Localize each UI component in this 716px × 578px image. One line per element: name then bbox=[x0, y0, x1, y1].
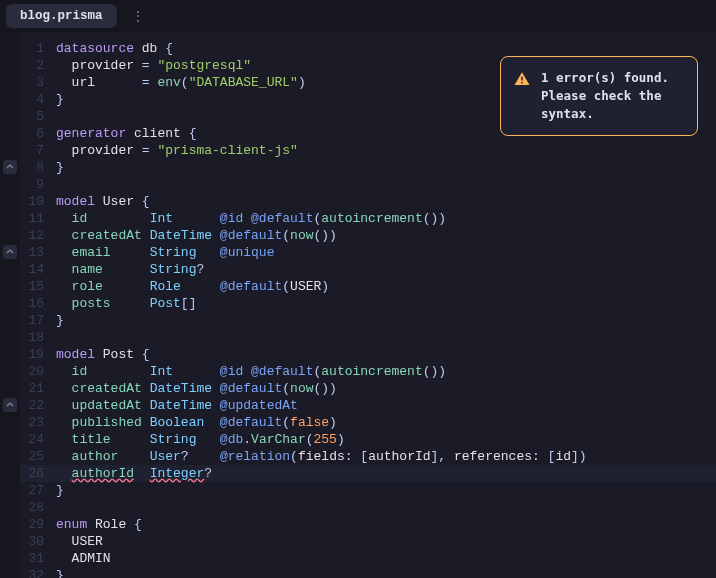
error-message: 1 error(s) found. Please check the synta… bbox=[541, 69, 683, 123]
code-line[interactable]: 1datasource db { bbox=[20, 40, 716, 57]
line-number: 22 bbox=[20, 397, 56, 414]
code-content: role Role @default(USER) bbox=[56, 278, 716, 295]
code-content: USER bbox=[56, 533, 716, 550]
line-number: 14 bbox=[20, 261, 56, 278]
code-line[interactable]: 22 updatedAt DateTime @updatedAt bbox=[20, 397, 716, 414]
line-number: 1 bbox=[20, 40, 56, 57]
svg-rect-1 bbox=[521, 82, 523, 84]
line-number: 19 bbox=[20, 346, 56, 363]
code-line[interactable]: 30 USER bbox=[20, 533, 716, 550]
code-line[interactable]: 14 name String? bbox=[20, 261, 716, 278]
code-content: author User? @relation(fields: [authorId… bbox=[56, 448, 716, 465]
code-line[interactable]: 18 bbox=[20, 329, 716, 346]
fold-chevron-icon[interactable] bbox=[3, 398, 17, 412]
code-line[interactable]: 23 published Boolean @default(false) bbox=[20, 414, 716, 431]
line-number: 15 bbox=[20, 278, 56, 295]
code-content: } bbox=[56, 482, 716, 499]
svg-rect-0 bbox=[521, 77, 523, 81]
file-tab[interactable]: blog.prisma bbox=[6, 4, 117, 28]
code-content: id Int @id @default(autoincrement()) bbox=[56, 210, 716, 227]
code-content: provider = "prisma-client-js" bbox=[56, 142, 716, 159]
code-content: posts Post[] bbox=[56, 295, 716, 312]
line-number: 24 bbox=[20, 431, 56, 448]
code-content: } bbox=[56, 567, 716, 578]
code-content: updatedAt DateTime @updatedAt bbox=[56, 397, 716, 414]
code-line[interactable]: 31 ADMIN bbox=[20, 550, 716, 567]
code-content: } bbox=[56, 159, 716, 176]
code-content bbox=[56, 176, 716, 193]
code-line[interactable]: 13 email String @unique bbox=[20, 244, 716, 261]
line-number: 5 bbox=[20, 108, 56, 125]
code-line[interactable]: 7 provider = "prisma-client-js" bbox=[20, 142, 716, 159]
tab-filename: blog.prisma bbox=[20, 9, 103, 23]
code-content bbox=[56, 499, 716, 516]
line-number: 13 bbox=[20, 244, 56, 261]
code-line[interactable]: 17} bbox=[20, 312, 716, 329]
code-line[interactable]: 10model User { bbox=[20, 193, 716, 210]
code-content: datasource db { bbox=[56, 40, 716, 57]
line-number: 3 bbox=[20, 74, 56, 91]
line-number: 11 bbox=[20, 210, 56, 227]
code-line[interactable]: 9 bbox=[20, 176, 716, 193]
line-number: 2 bbox=[20, 57, 56, 74]
code-content: email String @unique bbox=[56, 244, 716, 261]
fold-chevron-icon[interactable] bbox=[3, 245, 17, 259]
line-number: 4 bbox=[20, 91, 56, 108]
line-number: 7 bbox=[20, 142, 56, 159]
code-line[interactable]: 16 posts Post[] bbox=[20, 295, 716, 312]
line-number: 18 bbox=[20, 329, 56, 346]
code-line[interactable]: 24 title String @db.VarChar(255) bbox=[20, 431, 716, 448]
code-content: model Post { bbox=[56, 346, 716, 363]
code-line[interactable]: 20 id Int @id @default(autoincrement()) bbox=[20, 363, 716, 380]
tab-bar: blog.prisma ⋮ bbox=[0, 0, 716, 32]
line-number: 28 bbox=[20, 499, 56, 516]
code-content: } bbox=[56, 312, 716, 329]
code-line[interactable]: 8} bbox=[20, 159, 716, 176]
code-content: authorId Integer? bbox=[56, 465, 716, 482]
tab-overflow-menu[interactable]: ⋮ bbox=[125, 8, 151, 25]
line-number: 31 bbox=[20, 550, 56, 567]
code-line[interactable]: 15 role Role @default(USER) bbox=[20, 278, 716, 295]
code-content: model User { bbox=[56, 193, 716, 210]
code-line[interactable]: 12 createdAt DateTime @default(now()) bbox=[20, 227, 716, 244]
code-line[interactable]: 25 author User? @relation(fields: [autho… bbox=[20, 448, 716, 465]
line-number: 10 bbox=[20, 193, 56, 210]
line-number: 32 bbox=[20, 567, 56, 578]
code-content: createdAt DateTime @default(now()) bbox=[56, 227, 716, 244]
code-line[interactable]: 11 id Int @id @default(autoincrement()) bbox=[20, 210, 716, 227]
line-number: 12 bbox=[20, 227, 56, 244]
line-number: 27 bbox=[20, 482, 56, 499]
line-number: 20 bbox=[20, 363, 56, 380]
code-content: enum Role { bbox=[56, 516, 716, 533]
code-line[interactable]: 27} bbox=[20, 482, 716, 499]
line-number: 9 bbox=[20, 176, 56, 193]
code-line[interactable]: 19model Post { bbox=[20, 346, 716, 363]
code-content: published Boolean @default(false) bbox=[56, 414, 716, 431]
line-number: 8 bbox=[20, 159, 56, 176]
line-number: 29 bbox=[20, 516, 56, 533]
code-line[interactable]: 28 bbox=[20, 499, 716, 516]
line-number: 16 bbox=[20, 295, 56, 312]
line-number: 26 bbox=[20, 465, 56, 482]
line-number: 6 bbox=[20, 125, 56, 142]
line-number: 17 bbox=[20, 312, 56, 329]
fold-gutter bbox=[0, 32, 20, 578]
fold-chevron-icon[interactable] bbox=[3, 160, 17, 174]
code-line[interactable]: 21 createdAt DateTime @default(now()) bbox=[20, 380, 716, 397]
code-content: title String @db.VarChar(255) bbox=[56, 431, 716, 448]
code-line[interactable]: 32} bbox=[20, 567, 716, 578]
warning-icon bbox=[513, 70, 531, 88]
line-number: 25 bbox=[20, 448, 56, 465]
line-number: 30 bbox=[20, 533, 56, 550]
code-content: ADMIN bbox=[56, 550, 716, 567]
code-line[interactable]: 26 authorId Integer? bbox=[20, 465, 716, 482]
code-content: name String? bbox=[56, 261, 716, 278]
line-number: 21 bbox=[20, 380, 56, 397]
code-content: id Int @id @default(autoincrement()) bbox=[56, 363, 716, 380]
code-content: createdAt DateTime @default(now()) bbox=[56, 380, 716, 397]
code-content bbox=[56, 329, 716, 346]
line-number: 23 bbox=[20, 414, 56, 431]
code-line[interactable]: 29enum Role { bbox=[20, 516, 716, 533]
error-toast[interactable]: 1 error(s) found. Please check the synta… bbox=[500, 56, 698, 136]
